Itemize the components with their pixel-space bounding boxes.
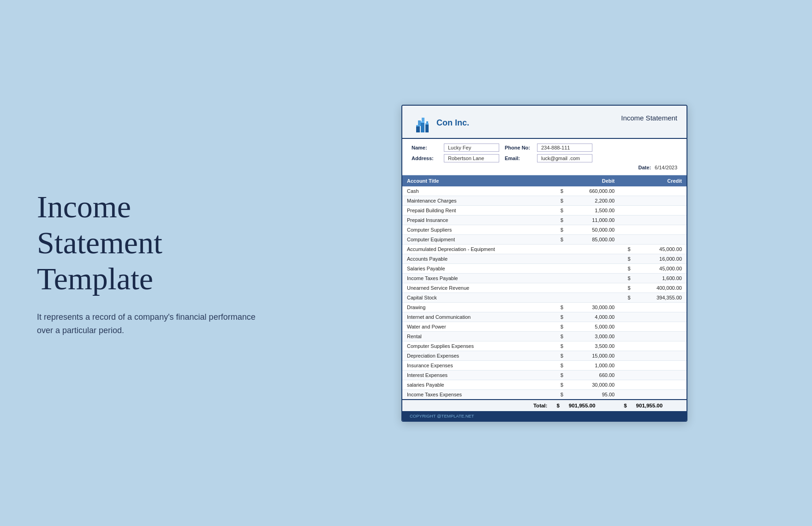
debit-amount-cell: 3,000.00 [564, 331, 619, 341]
credit-amount-cell [632, 370, 687, 380]
debit-sign-cell: $ [552, 234, 564, 244]
credit-sign-cell [619, 186, 631, 196]
total-debit-sign: $ [552, 400, 564, 411]
address-row: Address: Robertson Lane Email: luck@gmai… [412, 154, 677, 162]
total-row: Total: $ 901,955.00 $ 901,955.00 [402, 400, 687, 411]
total-credit: 901,955.00 [632, 400, 687, 411]
email-value: luck@gmail .com [537, 154, 592, 162]
credit-amount-cell [632, 341, 687, 351]
debit-amount-cell [564, 273, 619, 283]
credit-sign-cell: $ [619, 283, 631, 293]
debit-amount-cell: 95.00 [564, 389, 619, 400]
debit-amount-cell [564, 244, 619, 254]
debit-amount-cell: 660,000.00 [564, 186, 619, 196]
account-title-cell: Prepaid Insurance [402, 215, 552, 225]
debit-sign-cell: $ [552, 322, 564, 331]
debit-amount-cell: 3,500.00 [564, 341, 619, 351]
document-header: Con Inc. Income Statement [402, 106, 687, 139]
account-title-cell: Computer Suppliers [402, 225, 552, 234]
right-panel: Con Inc. Income Statement Name: Lucky Fe… [286, 96, 812, 431]
debit-sign-cell [552, 293, 564, 302]
credit-amount-cell [632, 205, 687, 215]
debit-amount-cell [564, 283, 619, 293]
credit-sign-cell [619, 215, 631, 225]
debit-amount-cell: 2,200.00 [564, 196, 619, 205]
svg-rect-2 [425, 124, 429, 132]
date-label: Date: [639, 165, 651, 170]
svg-rect-1 [421, 122, 424, 132]
phone-label: Phone No: [505, 145, 537, 150]
debit-sign-cell: $ [552, 302, 564, 312]
table-row: Water and Power$5,000.00 [402, 322, 687, 331]
table-row: Salaries Payable$45,000.00 [402, 263, 687, 273]
account-title-cell: Maintenance Charges [402, 196, 552, 205]
debit-sign-cell: $ [552, 341, 564, 351]
name-row: Name: Lucky Fey Phone No: 234-888-111 [412, 143, 677, 152]
credit-amount-cell [632, 196, 687, 205]
credit-sign-cell: $ [619, 244, 631, 254]
debit-amount-cell [564, 254, 619, 263]
account-title-cell: Depreciation Expenses [402, 351, 552, 360]
account-title-cell: Drawing [402, 302, 552, 312]
credit-amount-cell: 394,355.00 [632, 293, 687, 302]
table-row: Depreciation Expenses$15,000.00 [402, 351, 687, 360]
page-description: It represents a record of a company's fi… [37, 311, 258, 337]
debit-sign-cell: $ [552, 225, 564, 234]
credit-amount-cell [632, 215, 687, 225]
account-title-cell: Insurance Expenses [402, 360, 552, 370]
total-debit: 901,955.00 [564, 400, 619, 411]
debit-sign-cell [552, 283, 564, 293]
table-header-row: Account Title Debit Credit [402, 175, 687, 186]
name-label: Name: [412, 145, 444, 150]
address-label: Address: [412, 155, 444, 161]
credit-sign-cell: $ [619, 254, 631, 263]
credit-sign-cell [619, 302, 631, 312]
credit-amount-cell [632, 234, 687, 244]
table-row: Capital Stock$394,355.00 [402, 293, 687, 302]
debit-amount-cell: 5,000.00 [564, 322, 619, 331]
debit-sign-cell [552, 244, 564, 254]
col-account-title: Account Title [402, 175, 552, 186]
credit-sign-cell [619, 205, 631, 215]
svg-rect-6 [416, 125, 420, 126]
svg-rect-8 [425, 123, 429, 125]
col-credit: Credit [632, 175, 687, 186]
table-row: Accumulated Depreciation - Equipment$45,… [402, 244, 687, 254]
total-label: Total: [402, 400, 552, 411]
company-logo-icon [412, 113, 432, 133]
document-footer: COPYRIGHT @TEMPLATE.NET [402, 411, 687, 421]
debit-amount-cell: 660.00 [564, 370, 619, 380]
credit-sign-cell [619, 370, 631, 380]
credit-sign-cell [619, 225, 631, 234]
debit-sign-cell [552, 273, 564, 283]
debit-amount-cell: 85,000.00 [564, 234, 619, 244]
name-value: Lucky Fey [444, 143, 499, 152]
credit-sign-cell [619, 351, 631, 360]
account-title-cell: Rental [402, 331, 552, 341]
table-row: Prepaid Insurance$11,000.00 [402, 215, 687, 225]
debit-amount-cell [564, 293, 619, 302]
debit-sign-cell: $ [552, 215, 564, 225]
date-row: Date: 6/14/2023 [412, 165, 677, 170]
debit-amount-cell: 15,000.00 [564, 351, 619, 360]
account-title-cell: Interest Expenses [402, 370, 552, 380]
col-credit-sign [619, 175, 631, 186]
col-debit-sign [552, 175, 564, 186]
svg-rect-7 [421, 121, 424, 123]
document-title: Income Statement [621, 114, 677, 122]
credit-amount-cell: 400,000.00 [632, 283, 687, 293]
credit-amount-cell [632, 225, 687, 234]
debit-sign-cell: $ [552, 370, 564, 380]
company-name: Con Inc. [436, 118, 469, 128]
debit-amount-cell [564, 263, 619, 273]
date-value: 6/14/2023 [655, 165, 677, 170]
credit-sign-cell [619, 341, 631, 351]
credit-sign-cell [619, 234, 631, 244]
credit-amount-cell: 16,000.00 [632, 254, 687, 263]
debit-sign-cell: $ [552, 186, 564, 196]
table-row: Maintenance Charges$2,200.00 [402, 196, 687, 205]
info-section: Name: Lucky Fey Phone No: 234-888-111 Ad… [402, 139, 687, 175]
account-title-cell: Internet and Communication [402, 312, 552, 322]
credit-sign-cell [619, 331, 631, 341]
col-debit: Debit [564, 175, 619, 186]
